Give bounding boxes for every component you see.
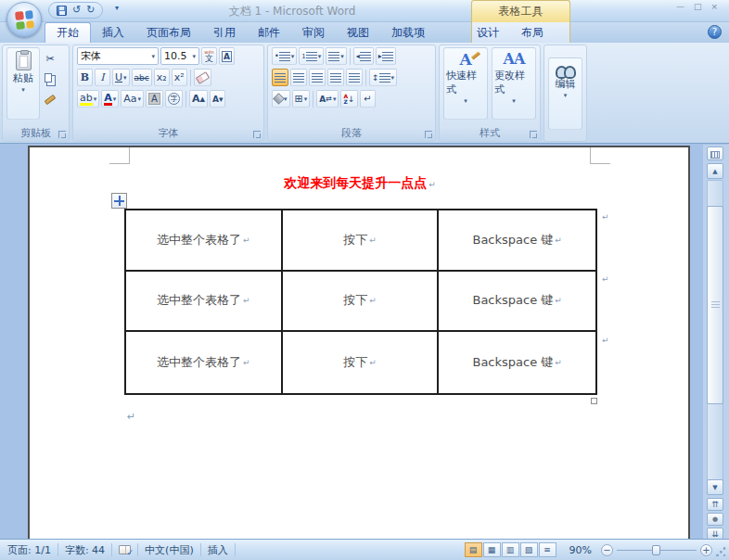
character-shading-icon[interactable]: A (146, 90, 163, 108)
bold-icon[interactable]: B (77, 69, 93, 86)
status-insert-mode[interactable]: 插入 (208, 543, 228, 557)
zoom-out-icon[interactable]: − (601, 544, 613, 556)
show-hide-marks-icon[interactable]: ↵ (360, 90, 376, 108)
change-case-icon[interactable]: Aa▾ (121, 90, 144, 108)
clear-formatting-icon[interactable] (194, 69, 211, 86)
bullets-icon[interactable]: •▾ (272, 47, 297, 65)
paragraph-dialog-launcher[interactable] (425, 131, 432, 138)
copy-icon[interactable] (42, 70, 58, 88)
numbering-icon[interactable]: 1▾ (299, 47, 324, 65)
font-size-combo[interactable]: 10.5▾ (160, 47, 199, 65)
table-resize-handle[interactable] (591, 398, 597, 404)
format-painter-icon[interactable] (42, 91, 58, 108)
superscript-icon[interactable]: x² (172, 69, 187, 86)
view-web-layout-icon[interactable]: ▥ (502, 542, 519, 557)
view-fullscreen-reading-icon[interactable]: ▦ (483, 542, 501, 557)
clipboard-dialog-launcher[interactable] (58, 131, 66, 138)
subscript-icon[interactable]: x₂ (154, 69, 170, 86)
table-cell[interactable]: 按下↵ (283, 210, 440, 272)
view-outline-icon[interactable]: ▧ (520, 542, 538, 557)
table-cell[interactable]: 按下↵ (283, 272, 440, 333)
table-cell[interactable]: 选中整个表格了↵ (126, 272, 283, 333)
save-icon[interactable] (57, 6, 67, 16)
tab-view[interactable]: 视图 (336, 22, 380, 43)
character-border-icon[interactable]: A (219, 47, 235, 65)
minimize-icon[interactable]: — (676, 2, 684, 11)
previous-page-icon[interactable]: ⇈ (707, 498, 723, 511)
table-cell[interactable]: Backspace 键↵ (439, 332, 595, 393)
font-name-combo[interactable]: 宋体▾ (77, 47, 159, 65)
editing-button[interactable]: 编辑 ▾ (548, 57, 582, 130)
tab-page-layout[interactable]: 页面布局 (135, 22, 202, 43)
tab-home[interactable]: 开始 (45, 22, 91, 43)
select-browse-object-icon[interactable]: ● (707, 513, 723, 526)
enclose-characters-icon[interactable]: 字 (165, 90, 183, 108)
tab-references[interactable]: 引用 (202, 22, 247, 43)
zoom-level[interactable]: 90% (569, 544, 592, 556)
grow-font-icon[interactable]: A▴ (189, 90, 208, 108)
cut-icon[interactable]: ✂ (42, 50, 58, 68)
change-styles-button[interactable]: AA 更改样式 ▾ (492, 47, 536, 120)
scroll-up-icon[interactable]: ▲ (707, 163, 723, 179)
justify-icon[interactable] (327, 69, 344, 86)
asian-layout-icon[interactable]: A⇄▾ (316, 90, 339, 108)
paste-button[interactable]: 粘贴 ▾ (6, 47, 40, 120)
align-left-icon[interactable] (272, 69, 288, 86)
ruler-toggle-icon[interactable] (707, 146, 723, 160)
scroll-down-icon[interactable]: ▼ (707, 479, 723, 495)
sort-icon[interactable]: AZ↓ (340, 90, 357, 108)
document-page[interactable]: 欢迎来到每天提升一点点↵ 选中整个表格了↵ 按下↵ Backspace 键↵ 选… (28, 146, 690, 539)
distribute-icon[interactable] (346, 69, 363, 86)
table-cell[interactable]: 按下↵ (283, 332, 440, 393)
status-page-number[interactable]: 页面: 1/1 (7, 543, 51, 557)
document-heading[interactable]: 欢迎来到每天提升一点点↵ (122, 175, 597, 192)
window-resize-grip[interactable] (714, 545, 727, 558)
italic-icon[interactable]: I (95, 69, 110, 86)
zoom-in-icon[interactable]: + (700, 544, 712, 556)
help-icon[interactable]: ? (708, 25, 722, 39)
redo-icon[interactable]: ↻ (86, 3, 95, 18)
status-language[interactable]: 中文(中国) (145, 543, 194, 557)
line-spacing-icon[interactable]: ↕▾ (369, 69, 397, 86)
maximize-icon[interactable]: □ (694, 2, 702, 11)
multilevel-list-icon[interactable]: ▾ (326, 47, 347, 65)
table-cell[interactable]: 选中整个表格了↵ (126, 332, 283, 393)
decrease-indent-icon[interactable]: ◂ (353, 47, 374, 65)
table-cell[interactable]: Backspace 键↵ (439, 272, 595, 333)
view-draft-icon[interactable]: ≡ (539, 542, 556, 557)
shrink-font-icon[interactable]: A▾ (210, 90, 225, 108)
close-icon[interactable]: × (710, 2, 718, 11)
office-button[interactable] (6, 2, 42, 37)
underline-icon[interactable]: U▾ (112, 69, 130, 86)
zoom-slider-track[interactable] (617, 550, 697, 551)
spellcheck-icon[interactable]: ✓ (119, 545, 131, 554)
next-page-icon[interactable]: ⇊ (707, 528, 723, 539)
align-center-icon[interactable] (290, 69, 307, 86)
strikethrough-icon[interactable]: abc (132, 69, 152, 86)
tab-mailings[interactable]: 邮件 (247, 22, 291, 43)
status-word-count[interactable]: 字数: 44 (65, 543, 105, 557)
phonetic-guide-icon[interactable]: wén文 (201, 47, 217, 65)
font-color-icon[interactable]: A▾ (101, 90, 119, 108)
quick-styles-button[interactable]: A 快速样式 ▾ (443, 47, 488, 120)
table-cell[interactable]: 选中整个表格了↵ (126, 210, 283, 272)
tab-table-design[interactable]: 设计 (466, 22, 510, 43)
tab-insert[interactable]: 插入 (91, 22, 135, 43)
align-right-icon[interactable] (309, 69, 326, 86)
highlight-color-icon[interactable]: ab▾ (77, 90, 99, 108)
zoom-slider-thumb[interactable] (652, 545, 660, 555)
view-print-layout-icon[interactable]: ▤ (465, 542, 482, 557)
increase-indent-icon[interactable]: ▸ (376, 47, 396, 65)
tab-table-layout[interactable]: 布局 (510, 22, 555, 43)
tab-addins[interactable]: 加载项 (380, 22, 436, 43)
shading-icon[interactable]: ▾ (272, 90, 290, 108)
borders-icon[interactable]: ⊞▾ (292, 90, 311, 108)
undo-icon[interactable]: ↺ (72, 3, 81, 18)
font-dialog-launcher[interactable] (253, 131, 261, 138)
scrollbar-thumb[interactable] (707, 206, 723, 404)
table-cell[interactable]: Backspace 键↵ (439, 210, 595, 272)
styles-dialog-launcher[interactable] (530, 131, 537, 138)
qat-customize-icon[interactable]: ▾ (115, 4, 119, 12)
table-move-handle-icon[interactable] (111, 193, 127, 209)
tab-review[interactable]: 审阅 (291, 22, 336, 43)
